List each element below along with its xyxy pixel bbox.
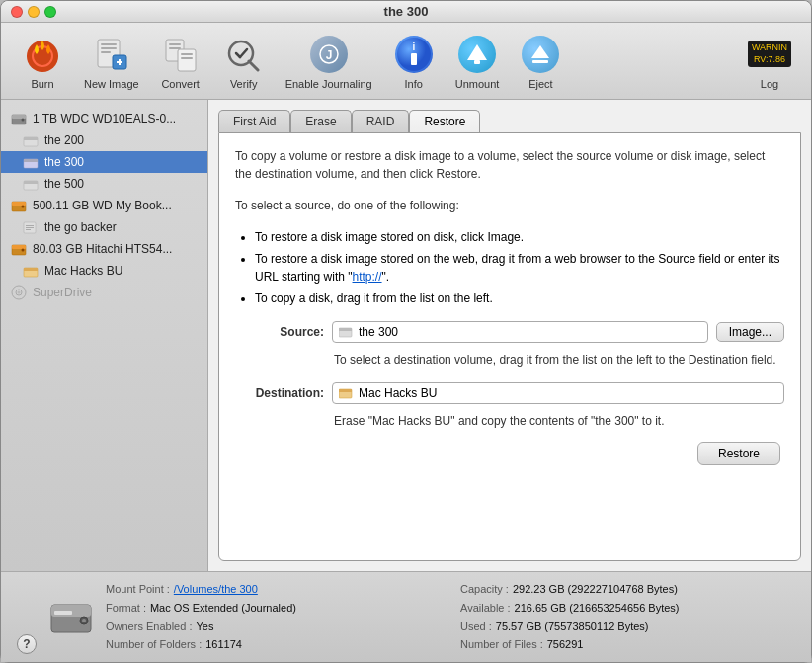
mount-point-link[interactable]: /Volumes/the 300: [174, 583, 258, 595]
status-bar: ? Mount Point : /Volumes/the 300 Format …: [1, 571, 811, 662]
status-disk-icon: [46, 593, 96, 642]
close-button[interactable]: [11, 6, 23, 18]
folders-row: Number of Folders : 161174: [106, 635, 441, 654]
content-panel: First Aid Erase RAID Restore To copy a v…: [208, 100, 811, 571]
svg-rect-38: [12, 202, 26, 206]
new-image-button[interactable]: New Image: [76, 29, 147, 94]
restore-panel: To copy a volume or restore a disk image…: [218, 132, 801, 561]
tab-erase[interactable]: Erase: [290, 110, 351, 132]
restore-bullet-2: To restore a disk image stored on the we…: [255, 250, 784, 286]
tab-restore[interactable]: Restore: [409, 110, 480, 132]
sidebar-item-80gb-hitachi[interactable]: 80.03 GB Hitachi HTS54...: [1, 238, 207, 260]
files-row: Number of Files : 756291: [460, 635, 795, 654]
sidebar-label: 80.03 GB Hitachi HTS54...: [33, 242, 172, 256]
log-button[interactable]: WARNIN RV:7.86 Log: [740, 29, 799, 94]
mount-point-label: Mount Point :: [106, 580, 170, 599]
burn-label: Burn: [31, 78, 53, 90]
restore-instructions-title: To select a source, do one of the follow…: [235, 197, 784, 214]
svg-point-39: [22, 206, 25, 208]
used-row: Used : 75.57 GB (75573850112 Bytes): [460, 618, 795, 636]
owners-label: Owners Enabled :: [106, 618, 192, 636]
svg-point-30: [22, 119, 25, 122]
help-button[interactable]: ?: [17, 634, 37, 654]
svg-rect-29: [12, 115, 26, 119]
sidebar-item-500gb-wd[interactable]: 500.11 GB WD My Book...: [1, 195, 207, 216]
tab-raid[interactable]: RAID: [352, 110, 410, 132]
svg-rect-34: [24, 159, 38, 162]
restore-button[interactable]: Restore: [697, 442, 780, 465]
destination-field[interactable]: Mac Hacks BU: [332, 382, 784, 404]
source-label: Source:: [235, 325, 324, 339]
sidebar-item-superdrive[interactable]: SuperDrive: [1, 282, 207, 303]
svg-text:i: i: [412, 41, 415, 52]
svg-rect-12: [178, 49, 196, 71]
sidebar-item-the-200[interactable]: the 200: [1, 129, 207, 151]
sidebar-label: the 300: [44, 155, 84, 169]
image-button[interactable]: Image...: [716, 322, 784, 342]
new-image-label: New Image: [84, 78, 139, 90]
restore-description: To copy a volume or restore a disk image…: [235, 147, 784, 183]
mount-point-value: /Volumes/the 300: [174, 580, 258, 599]
svg-point-60: [82, 619, 86, 622]
log-label: Log: [761, 78, 778, 90]
restore-bullet-3: To copy a disk, drag it from the list on…: [255, 290, 784, 307]
tab-first-aid[interactable]: First Aid: [218, 110, 290, 132]
source-value: the 300: [359, 325, 398, 339]
status-details: Mount Point : /Volumes/the 300 Format : …: [106, 580, 795, 654]
svg-rect-23: [411, 53, 417, 65]
svg-marker-24: [467, 44, 487, 60]
sidebar-item-the-300[interactable]: the 300: [1, 151, 207, 173]
sidebar-label: 1 TB WDC WD10EALS-0...: [33, 112, 176, 125]
burn-button[interactable]: Burn: [13, 29, 72, 94]
svg-point-51: [18, 291, 21, 294]
capacity-label: Capacity :: [460, 580, 509, 599]
eject-button[interactable]: Eject: [511, 29, 570, 94]
svg-rect-13: [181, 53, 193, 55]
info-label: Info: [405, 78, 423, 90]
svg-rect-3: [101, 43, 117, 45]
restore-instructions-list: To restore a disk image stored on disk, …: [255, 228, 784, 307]
minimize-button[interactable]: [28, 6, 40, 18]
svg-rect-36: [24, 181, 38, 184]
used-value: 75.57 GB (75573850112 Bytes): [496, 618, 649, 636]
owners-value: Yes: [196, 618, 213, 636]
available-row: Available : 216.65 GB (216653254656 Byte…: [460, 599, 795, 618]
vol-icon: [23, 132, 39, 148]
sidebar-item-mac-hacks[interactable]: Mac Hacks BU: [1, 260, 207, 282]
maximize-button[interactable]: [44, 6, 56, 18]
dest-instruction: To select a destination volume, drag it …: [235, 351, 784, 369]
convert-icon: [159, 33, 203, 76]
tab-bar: First Aid Erase RAID Restore: [218, 110, 801, 132]
hd-orange2-icon: [11, 241, 27, 257]
sidebar-label: Mac Hacks BU: [44, 264, 122, 278]
svg-rect-41: [26, 225, 34, 226]
sidebar-item-the-500[interactable]: the 500: [1, 173, 207, 195]
sidebar-item-go-backer[interactable]: the go backer: [1, 216, 207, 238]
restore-bullet-1: To restore a disk image stored on disk, …: [255, 228, 784, 246]
svg-rect-27: [532, 60, 548, 63]
source-row: Source: the 300 Image...: [235, 321, 784, 343]
new-image-icon: [90, 33, 133, 76]
unmount-button[interactable]: Unmount: [447, 29, 508, 94]
status-right: Capacity : 292.23 GB (292227104768 Bytes…: [460, 580, 795, 654]
folders-label: Number of Folders :: [106, 635, 202, 654]
info-button[interactable]: i Info: [384, 29, 444, 94]
main-content: 1 TB WDC WD10EALS-0... the 200: [1, 100, 811, 571]
burn-icon: [21, 33, 64, 76]
capacity-value: 292.23 GB (292227104768 Bytes): [513, 580, 678, 599]
source-field[interactable]: the 300: [332, 321, 708, 343]
vol-icon: [23, 176, 39, 192]
files-label: Number of Files :: [460, 635, 543, 654]
verify-button[interactable]: Verify: [214, 29, 274, 94]
sidebar-item-1tb-wdc[interactable]: 1 TB WDC WD10EALS-0...: [1, 108, 207, 129]
restore-button-row: Restore: [235, 442, 784, 465]
dest-label: Destination:: [235, 386, 324, 400]
titlebar: the 300: [1, 1, 811, 23]
svg-rect-42: [26, 227, 34, 228]
enable-journaling-button[interactable]: J Enable Journaling: [278, 29, 380, 94]
available-label: Available :: [460, 599, 511, 618]
owners-row: Owners Enabled : Yes: [106, 618, 441, 636]
sidebar: 1 TB WDC WD10EALS-0... the 200: [1, 100, 208, 571]
vol-doc-icon: [23, 219, 39, 235]
convert-button[interactable]: Convert: [151, 29, 210, 94]
